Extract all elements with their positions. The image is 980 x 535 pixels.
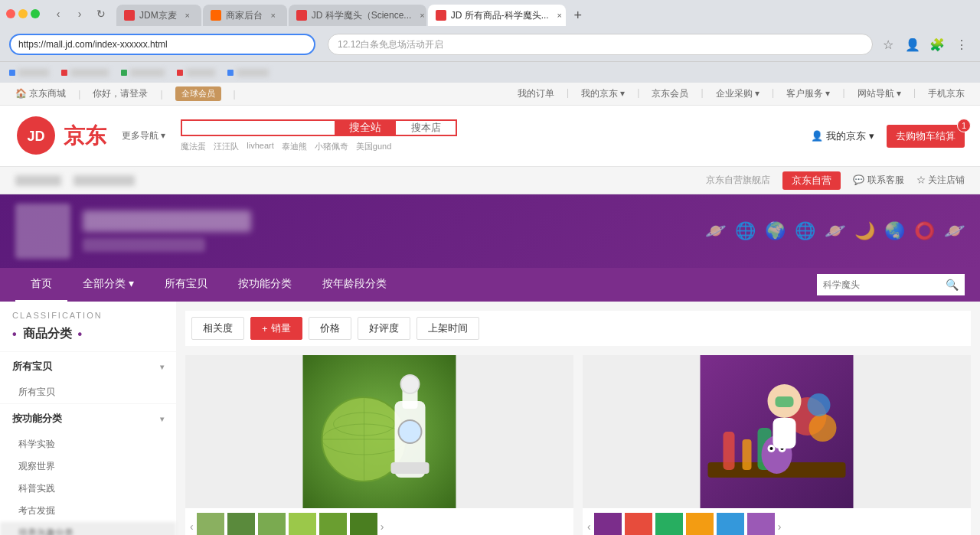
classification-header: CLASSIFICATION: [0, 302, 176, 323]
bookmark-item[interactable]: [121, 69, 165, 77]
nav-enterprise[interactable]: 企业采购 ▾: [716, 87, 760, 100]
store-nav-all-products[interactable]: 所有宝贝: [149, 268, 223, 302]
product-thumb[interactable]: [350, 513, 377, 535]
product-card[interactable]: ‹ ›: [583, 355, 971, 535]
bookmark-item[interactable]: [177, 69, 215, 77]
forward-button[interactable]: ›: [70, 5, 89, 23]
product-thumb[interactable]: [686, 513, 714, 535]
sort-listing-time[interactable]: 上架时间: [416, 317, 479, 340]
product-thumb[interactable]: [717, 513, 744, 535]
product-thumb[interactable]: [258, 513, 286, 535]
bookmark-item[interactable]: [227, 69, 269, 77]
right-content: 相关度 销量 价格 好评度 上架时间: [176, 302, 980, 535]
hot-search-item[interactable]: livheart: [247, 141, 273, 152]
sort-price[interactable]: 价格: [309, 317, 351, 340]
thumb-next-button[interactable]: ›: [381, 520, 384, 533]
my-jd-button[interactable]: 👤 我的京东 ▾: [811, 129, 874, 143]
category-item-archaeology[interactable]: 考古发掘: [0, 500, 176, 522]
group-label: 所有宝贝: [12, 360, 52, 374]
sort-sales[interactable]: 销量: [250, 317, 302, 340]
sort-rating[interactable]: 好评度: [358, 317, 410, 340]
product-card[interactable]: ‹ ›: [185, 355, 573, 535]
nav-mobile[interactable]: 手机京东: [928, 87, 965, 100]
store-nav-home[interactable]: 首页: [15, 268, 67, 302]
store-search-input[interactable]: [817, 274, 939, 295]
search-all-button[interactable]: 搜全站: [335, 119, 396, 136]
follow-store[interactable]: ☆ 关注店铺: [916, 174, 965, 187]
category-item-all[interactable]: 所有宝贝: [0, 381, 176, 403]
menu-icon[interactable]: ⋮: [952, 35, 971, 54]
thumb-prev-button[interactable]: ‹: [587, 520, 591, 533]
store-nav-by-function[interactable]: 按功能分类: [223, 268, 307, 302]
more-nav-button[interactable]: 更多导航 ▾: [122, 129, 165, 142]
nav-vip[interactable]: 京东会员: [652, 87, 688, 100]
address-bar[interactable]: https://mall.jd.com/index-xxxxxx.html: [9, 34, 315, 55]
store-subtitle: [83, 238, 205, 252]
nav-customer-service[interactable]: 客户服务 ▾: [786, 87, 830, 100]
hot-search-item[interactable]: 泰迪熊: [282, 141, 307, 152]
tab-close-button[interactable]: ×: [181, 9, 194, 21]
category-item-more[interactable]: 培养兴趣分类: [0, 522, 176, 535]
tab-close-button[interactable]: ×: [267, 9, 279, 21]
search-input[interactable]: [181, 119, 335, 136]
category-item-popular-science[interactable]: 科普实践: [0, 478, 176, 500]
category-item-science[interactable]: 科学实验: [0, 433, 176, 455]
store-search-box: 🔍: [817, 274, 965, 295]
category-title: 商品分类: [0, 323, 176, 351]
product-thumb[interactable]: [197, 513, 224, 535]
category-group-header-all[interactable]: 所有宝贝 ▾: [0, 352, 176, 381]
planet-icons: 🪐 🌐 🌍 🌐 🪐 🌙 🌏 ⭕ 🪐: [705, 221, 965, 241]
thumb-next-button[interactable]: ›: [778, 520, 782, 533]
category-group-header-function[interactable]: 按功能分类 ▾: [0, 404, 176, 433]
bookmark-item[interactable]: [61, 69, 109, 77]
product-thumb[interactable]: [625, 513, 652, 535]
jd-self-button[interactable]: 京东自营: [782, 171, 841, 190]
sort-relevance[interactable]: 相关度: [191, 317, 244, 340]
profile-icon[interactable]: 👤: [903, 35, 922, 54]
category-item-observe[interactable]: 观察世界: [0, 455, 176, 478]
url-text: https://mall.jd.com/index-xxxxxx.html: [18, 39, 306, 50]
nav-sitemap[interactable]: 网站导航 ▾: [858, 87, 901, 100]
store-nav-all-categories[interactable]: 全部分类 ▾: [67, 268, 149, 302]
minimize-button[interactable]: [18, 9, 28, 18]
top-nav-right: 我的订单 | 我的京东 ▾ | 京东会员 | 企业采购 ▾ | 客户服务 ▾ |…: [518, 87, 965, 100]
nav-my-jd[interactable]: 我的京东 ▾: [581, 87, 625, 100]
hot-search-item[interactable]: 汪汪队: [214, 141, 239, 152]
maximize-button[interactable]: [31, 9, 40, 18]
product-thumb[interactable]: [227, 513, 255, 535]
store-name-area: [83, 210, 251, 252]
thumb-prev-button[interactable]: ‹: [190, 520, 194, 533]
nav-orders[interactable]: 我的订单: [518, 87, 554, 100]
product-image: [185, 355, 573, 508]
contact-service[interactable]: 💬 联系客服: [853, 174, 903, 187]
vip-badge[interactable]: 全球会员: [175, 86, 221, 101]
store-nav-by-age[interactable]: 按年龄段分类: [307, 268, 402, 302]
product-thumb[interactable]: [655, 513, 683, 535]
close-button[interactable]: [6, 9, 15, 18]
nav-homepage[interactable]: 🏠 京东商城: [15, 87, 66, 100]
product-thumb[interactable]: [747, 513, 775, 535]
product-thumb[interactable]: [289, 513, 316, 535]
store-search-button[interactable]: 🔍: [939, 274, 965, 295]
tab-close-button[interactable]: ×: [416, 9, 426, 21]
browser-search-bar[interactable]: 12.12白条免息场活动开启: [328, 34, 873, 55]
hot-search-item[interactable]: 魔法蛋: [181, 141, 206, 152]
search-store-button[interactable]: 搜本店: [396, 119, 457, 136]
tab-merchant[interactable]: 商家后台 ×: [203, 5, 287, 26]
extension-icon[interactable]: 🧩: [928, 35, 946, 54]
tab-close-button[interactable]: ×: [554, 9, 566, 21]
product-thumb[interactable]: [319, 513, 347, 535]
tab-all-products[interactable]: JD 所有商品-科学魔头... ×: [428, 5, 566, 26]
bookmark-item[interactable]: [9, 69, 49, 77]
tab-jdm[interactable]: JDM京麦 ×: [116, 5, 201, 26]
refresh-button[interactable]: ↻: [92, 5, 110, 23]
tab-science-jd[interactable]: JD 科学魔头（Science... ×: [289, 5, 426, 26]
hot-search-item[interactable]: 美国gund: [356, 141, 391, 152]
hot-search-item[interactable]: 小猪佩奇: [315, 141, 348, 152]
cart-button[interactable]: 去购物车结算: [887, 125, 965, 148]
bookmark-icon[interactable]: ☆: [879, 35, 897, 54]
svg-rect-57: [743, 439, 752, 470]
new-tab-button[interactable]: +: [567, 5, 589, 26]
product-thumb[interactable]: [594, 513, 622, 535]
back-button[interactable]: ‹: [49, 5, 67, 23]
